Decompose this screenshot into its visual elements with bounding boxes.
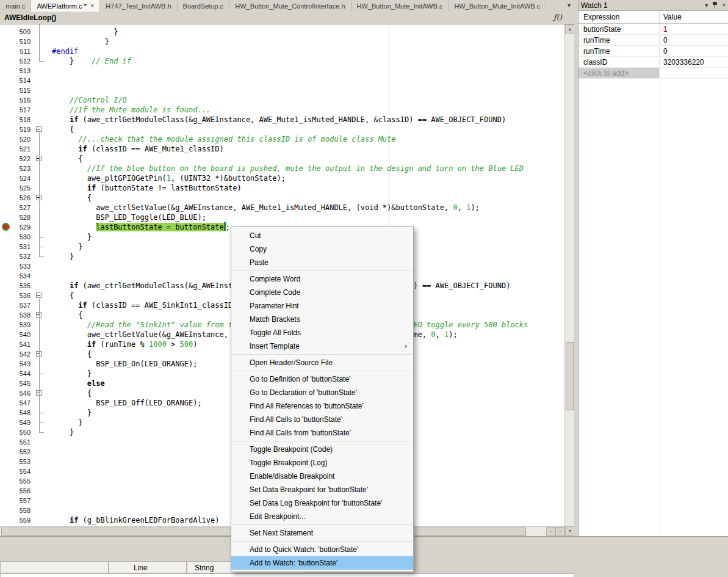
watch-row[interactable]: runTime0 bbox=[578, 46, 728, 57]
scroll-up-icon[interactable]: ▴ bbox=[565, 24, 575, 34]
breakpoint-gutter[interactable] bbox=[0, 164, 12, 173]
code-line[interactable]: 523 //If the blue button on the board is… bbox=[0, 164, 564, 173]
context-menu-item[interactable]: Toggle Breakpoint (Code) bbox=[231, 443, 413, 456]
watch-row[interactable]: runTime0 bbox=[578, 35, 728, 46]
breakpoint-gutter[interactable] bbox=[0, 496, 12, 506]
breakpoint-gutter[interactable] bbox=[0, 154, 12, 164]
fold-collapse-icon[interactable] bbox=[36, 292, 41, 298]
editor-tab[interactable]: AWEPlatform.c *× bbox=[31, 0, 100, 12]
breakpoint-gutter[interactable] bbox=[0, 252, 12, 261]
breakpoint-gutter[interactable] bbox=[0, 115, 12, 125]
watch-expression[interactable]: runTime bbox=[578, 35, 660, 45]
code-line[interactable]: 516 //Control I/O bbox=[0, 95, 564, 105]
breakpoint-gutter[interactable] bbox=[0, 437, 12, 447]
context-menu-item[interactable]: Edit Breakpoint... bbox=[231, 510, 413, 523]
breakpoint-gutter[interactable] bbox=[0, 339, 12, 349]
breakpoint-gutter[interactable] bbox=[0, 271, 12, 281]
breakpoint-gutter[interactable] bbox=[0, 525, 12, 526]
context-menu-item[interactable]: Complete Word bbox=[231, 272, 413, 286]
watch-row[interactable]: <click to add> bbox=[578, 68, 728, 79]
breakpoint-gutter[interactable] bbox=[0, 27, 12, 37]
fold-collapse-icon[interactable] bbox=[36, 156, 41, 161]
breakpoint-gutter[interactable] bbox=[0, 300, 12, 310]
scroll-down-icon[interactable]: ▾ bbox=[565, 526, 575, 536]
breakpoint-gutter[interactable] bbox=[0, 95, 12, 105]
context-menu-item[interactable]: Add to Watch: 'buttonState' bbox=[231, 556, 413, 570]
context-menu-item[interactable]: Set Data Log Breakpoint for 'buttonState… bbox=[231, 496, 413, 510]
breakpoint-gutter[interactable] bbox=[0, 506, 12, 515]
breakpoint-gutter[interactable] bbox=[0, 369, 12, 379]
breakpoint-gutter[interactable] bbox=[0, 66, 12, 76]
watch-row[interactable]: classID3203336220 bbox=[578, 57, 728, 68]
window-menu-icon[interactable]: ▾ bbox=[705, 2, 708, 9]
breakpoint-gutter[interactable] bbox=[0, 515, 12, 525]
code-line[interactable]: 524 awe_pltGPIOGetPin(1, (UINT32 *)&butt… bbox=[0, 173, 564, 183]
breakpoint-gutter[interactable] bbox=[0, 56, 12, 66]
fold-collapse-icon[interactable] bbox=[36, 390, 41, 396]
breakpoint-gutter[interactable] bbox=[0, 37, 12, 46]
context-menu-item[interactable]: Complete Code bbox=[231, 286, 413, 299]
code-line[interactable]: 511#endif bbox=[0, 46, 564, 56]
value-column-header[interactable]: Value bbox=[660, 11, 728, 23]
fold-collapse-icon[interactable] bbox=[36, 126, 41, 132]
context-menu-item[interactable]: Go to Declaration of 'buttonState' bbox=[231, 386, 413, 399]
code-line[interactable]: 519 { bbox=[0, 125, 564, 134]
breakpoint-gutter[interactable] bbox=[0, 134, 12, 144]
code-line[interactable]: 527 awe_ctrlSetValue(&g_AWEInstance, AWE… bbox=[0, 203, 564, 212]
context-menu-item[interactable]: Set Next Statement bbox=[231, 526, 413, 540]
fold-collapse-icon[interactable] bbox=[36, 312, 41, 318]
tab-list-dropdown-icon[interactable]: ▾ bbox=[568, 2, 571, 9]
editor-tab[interactable]: main.c bbox=[0, 0, 31, 12]
watch-expression[interactable]: <click to add> bbox=[578, 68, 660, 78]
context-menu-item[interactable]: Parameter Hint bbox=[231, 299, 413, 313]
context-menu-item[interactable]: Set Data Breakpoint for 'buttonState' bbox=[231, 483, 413, 496]
context-menu-item[interactable]: Enable/disable Breakpoint bbox=[231, 470, 413, 483]
breakpoint-gutter[interactable] bbox=[0, 388, 12, 398]
vertical-scrollbar-thumb[interactable] bbox=[566, 342, 574, 410]
context-menu-item[interactable]: Insert Template› bbox=[231, 339, 413, 353]
breakpoint-gutter[interactable] bbox=[0, 457, 12, 466]
breakpoint-gutter[interactable] bbox=[0, 476, 12, 486]
context-menu-item[interactable]: Toggle Breakpoint (Log) bbox=[231, 456, 413, 470]
scroll-left-icon[interactable]: ‹ bbox=[546, 527, 555, 536]
breakpoint-gutter[interactable] bbox=[0, 144, 12, 154]
watch-expression[interactable]: classID bbox=[578, 57, 660, 67]
context-menu-item[interactable]: Match Brackets bbox=[231, 313, 413, 326]
code-line[interactable]: 522 { bbox=[0, 154, 564, 164]
close-icon[interactable]: × bbox=[722, 2, 726, 9]
breakpoint-gutter[interactable] bbox=[0, 359, 12, 369]
breakpoint-gutter[interactable] bbox=[0, 76, 12, 85]
breakpoint-gutter[interactable] bbox=[0, 212, 12, 222]
code-line[interactable]: 517 //If the Mute module is found... bbox=[0, 105, 564, 115]
bottom-column-header[interactable] bbox=[0, 561, 109, 573]
breakpoint-icon[interactable] bbox=[2, 223, 10, 231]
scroll-right-icon[interactable]: › bbox=[555, 527, 564, 536]
breakpoint-gutter[interactable] bbox=[0, 466, 12, 476]
breakpoint-gutter[interactable] bbox=[0, 379, 12, 388]
watch-row[interactable]: buttonState1 bbox=[578, 24, 728, 35]
breakpoint-gutter[interactable] bbox=[0, 320, 12, 330]
tab-close-icon[interactable]: × bbox=[90, 2, 94, 9]
vertical-scrollbar[interactable]: ▴ ▾ bbox=[564, 24, 574, 536]
breakpoint-gutter[interactable] bbox=[0, 173, 12, 183]
editor-tab[interactable]: BoardSetup.c bbox=[178, 0, 230, 12]
breakpoint-gutter[interactable] bbox=[0, 85, 12, 95]
breakpoint-gutter[interactable] bbox=[0, 418, 12, 427]
code-line[interactable]: 518 if (awe_ctrlGetModuleClass(&g_AWEIns… bbox=[0, 115, 564, 125]
expression-column-header[interactable]: Expression bbox=[578, 11, 660, 23]
breakpoint-gutter[interactable] bbox=[0, 183, 12, 193]
context-menu-item[interactable]: Go to Definition of 'buttonState' bbox=[231, 372, 413, 386]
watch-title-bar[interactable]: Watch 1 ▾ × bbox=[578, 0, 728, 11]
bottom-column-header-line[interactable]: Line bbox=[109, 561, 187, 573]
context-menu-item[interactable]: Find All References to 'buttonState' bbox=[231, 399, 413, 413]
breakpoint-gutter[interactable] bbox=[0, 330, 12, 339]
code-line[interactable]: 509 } bbox=[0, 27, 564, 37]
breakpoint-gutter[interactable] bbox=[0, 203, 12, 212]
fold-collapse-icon[interactable] bbox=[36, 195, 41, 200]
code-line[interactable]: 510 } bbox=[0, 37, 564, 46]
breakpoint-gutter[interactable] bbox=[0, 447, 12, 457]
context-menu-item[interactable]: Paste bbox=[231, 256, 413, 269]
code-line[interactable]: 521 if (classID == AWE_Mute1_classID) bbox=[0, 144, 564, 154]
code-line[interactable]: 525 if (buttonState != lastButtonState) bbox=[0, 183, 564, 193]
context-menu-item[interactable]: Open Header/Source File bbox=[231, 356, 413, 369]
